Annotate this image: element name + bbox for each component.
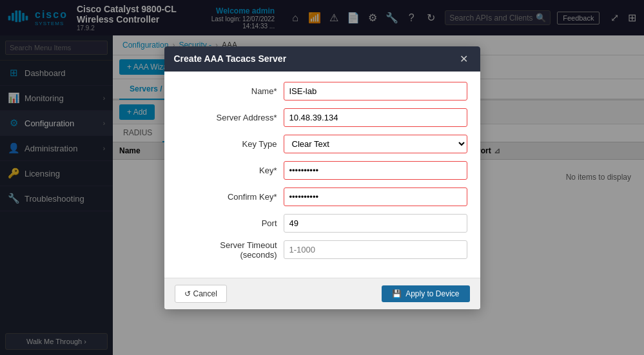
server-timeout-label: Server Timeout (seconds) xyxy=(177,240,277,260)
modal-footer: ↺ Cancel 💾 Apply to Device xyxy=(164,278,480,309)
confirm-key-input[interactable] xyxy=(284,187,467,206)
apply-label: Apply to Device xyxy=(405,289,459,298)
form-row-server-timeout: Server Timeout (seconds) xyxy=(177,240,467,260)
server-timeout-input[interactable] xyxy=(284,240,467,259)
server-address-label: Server Address* xyxy=(177,113,277,122)
apply-icon: 💾 xyxy=(392,289,402,298)
cancel-icon: ↺ xyxy=(184,289,191,298)
cancel-label: Cancel xyxy=(193,289,217,298)
server-address-input[interactable] xyxy=(284,108,467,127)
name-input[interactable] xyxy=(284,82,467,101)
key-input[interactable] xyxy=(284,161,467,180)
confirm-key-label: Confirm Key* xyxy=(177,192,277,202)
modal-title: Create AAA Tacacs Server xyxy=(174,53,287,64)
form-row-confirm-key: Confirm Key* xyxy=(177,187,467,206)
key-label: Key* xyxy=(177,166,277,175)
modal-header: Create AAA Tacacs Server ✕ xyxy=(164,46,480,72)
form-row-key: Key* xyxy=(177,161,467,180)
cancel-button[interactable]: ↺ Cancel xyxy=(175,285,227,303)
apply-button[interactable]: 💾 Apply to Device xyxy=(382,285,469,302)
name-label: Name* xyxy=(177,86,277,96)
modal-close-button[interactable]: ✕ xyxy=(457,53,471,65)
modal-body: Name* Server Address* Key Type Clear Tex… xyxy=(164,72,480,278)
key-type-select[interactable]: Clear Text Encrypted xyxy=(284,135,467,153)
port-label: Port xyxy=(177,218,277,228)
form-row-server-address: Server Address* xyxy=(177,108,467,127)
modal-create-tacacs: Create AAA Tacacs Server ✕ Name* Server … xyxy=(164,46,480,309)
form-row-port: Port xyxy=(177,214,467,233)
key-type-label: Key Type xyxy=(177,139,277,149)
modal-overlay: Create AAA Tacacs Server ✕ Name* Server … xyxy=(0,0,644,355)
form-row-name: Name* xyxy=(177,82,467,101)
form-row-key-type: Key Type Clear Text Encrypted xyxy=(177,135,467,153)
port-input[interactable] xyxy=(284,214,467,233)
